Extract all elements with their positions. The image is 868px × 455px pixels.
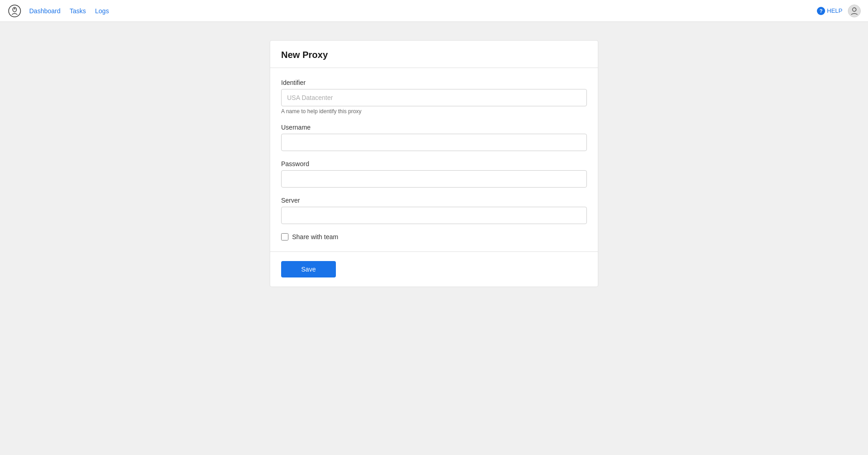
server-group: Server	[281, 197, 587, 224]
navbar: Dashboard Tasks Logs ? HELP	[0, 0, 868, 22]
password-label: Password	[281, 160, 587, 167]
help-icon: ?	[817, 7, 825, 15]
share-with-team-label[interactable]: Share with team	[292, 233, 338, 241]
svg-point-2	[14, 8, 16, 9]
server-label: Server	[281, 197, 587, 204]
username-input[interactable]	[281, 134, 587, 151]
username-group: Username	[281, 124, 587, 151]
navbar-right: ? HELP	[817, 5, 861, 17]
form-title: New Proxy	[281, 50, 587, 60]
identifier-input[interactable]	[281, 89, 587, 106]
form-footer: Save	[270, 252, 598, 287]
password-group: Password	[281, 160, 587, 188]
identifier-group: Identifier A name to help identify this …	[281, 79, 587, 115]
help-label: HELP	[827, 7, 842, 14]
share-with-team-group: Share with team	[281, 233, 587, 241]
identifier-label: Identifier	[281, 79, 587, 86]
svg-point-3	[852, 8, 856, 11]
nav-logs[interactable]: Logs	[95, 7, 109, 15]
nav-tasks[interactable]: Tasks	[70, 7, 86, 15]
save-button[interactable]: Save	[281, 261, 336, 277]
server-input[interactable]	[281, 207, 587, 224]
identifier-hint: A name to help identify this proxy	[281, 108, 587, 115]
form-header: New Proxy	[270, 41, 598, 68]
nav-links: Dashboard Tasks Logs	[29, 7, 109, 15]
help-link[interactable]: ? HELP	[817, 7, 842, 15]
password-input[interactable]	[281, 170, 587, 188]
nav-dashboard[interactable]: Dashboard	[29, 7, 61, 15]
form-body: Identifier A name to help identify this …	[270, 68, 598, 252]
username-label: Username	[281, 124, 587, 131]
app-logo	[7, 4, 22, 18]
share-with-team-checkbox[interactable]	[281, 233, 288, 241]
main-content: New Proxy Identifier A name to help iden…	[0, 22, 868, 305]
user-avatar[interactable]	[848, 5, 861, 17]
new-proxy-form-card: New Proxy Identifier A name to help iden…	[270, 40, 598, 287]
